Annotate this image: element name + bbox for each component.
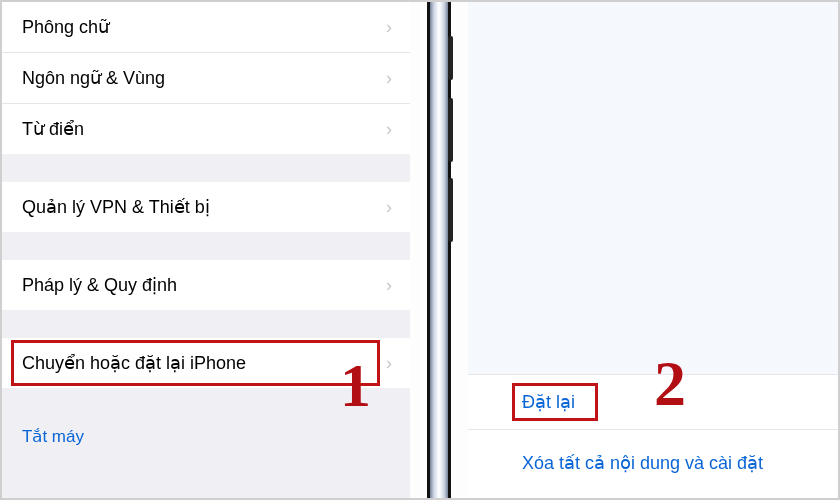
settings-left-panel: Phông chữ › Ngôn ngữ & Vùng › Từ điển › …	[2, 2, 410, 498]
chevron-right-icon: ›	[386, 276, 392, 294]
row-erase-all-content[interactable]: Xóa tất cả nội dung và cài đặt	[468, 430, 838, 498]
phone-side-button	[448, 98, 453, 162]
row-label: Xóa tất cả nội dung và cài đặt	[522, 453, 763, 473]
row-label: Ngôn ngữ & Vùng	[22, 67, 165, 89]
chevron-right-icon: ›	[386, 69, 392, 87]
reset-right-panel: Đặt lại Xóa tất cả nội dung và cài đặt 2	[468, 2, 838, 498]
row-language-region[interactable]: Ngôn ngữ & Vùng ›	[2, 53, 410, 104]
settings-group-general: Phông chữ › Ngôn ngữ & Vùng › Từ điển ›	[2, 2, 410, 154]
row-label: Từ điển	[22, 118, 84, 140]
settings-group-vpn: Quản lý VPN & Thiết bị ›	[2, 182, 410, 232]
link-shutdown[interactable]: Tắt máy	[2, 416, 410, 461]
settings-group-legal: Pháp lý & Quy định ›	[2, 260, 410, 310]
annotation-step-number-2: 2	[654, 352, 686, 416]
row-legal[interactable]: Pháp lý & Quy định ›	[2, 260, 410, 310]
chevron-right-icon: ›	[386, 18, 392, 36]
phone-side-button	[448, 178, 453, 242]
row-label: Phông chữ	[22, 16, 109, 38]
row-vpn-device-management[interactable]: Quản lý VPN & Thiết bị ›	[2, 182, 410, 232]
annotation-step-number-1: 1	[340, 354, 371, 416]
row-dictionary[interactable]: Từ điển ›	[2, 104, 410, 154]
chevron-right-icon: ›	[386, 354, 392, 372]
row-label: Đặt lại	[522, 392, 575, 412]
chevron-right-icon: ›	[386, 120, 392, 138]
row-label: Chuyển hoặc đặt lại iPhone	[22, 352, 246, 374]
chevron-right-icon: ›	[386, 198, 392, 216]
phone-edge-divider	[410, 2, 468, 498]
row-fonts[interactable]: Phông chữ ›	[2, 2, 410, 53]
phone-side-button	[448, 36, 453, 80]
reset-options-group: Đặt lại Xóa tất cả nội dung và cài đặt	[468, 374, 838, 498]
tutorial-composite: Phông chữ › Ngôn ngữ & Vùng › Từ điển › …	[2, 2, 838, 498]
row-label: Quản lý VPN & Thiết bị	[22, 196, 210, 218]
row-reset[interactable]: Đặt lại	[468, 375, 838, 430]
row-label: Pháp lý & Quy định	[22, 274, 177, 296]
